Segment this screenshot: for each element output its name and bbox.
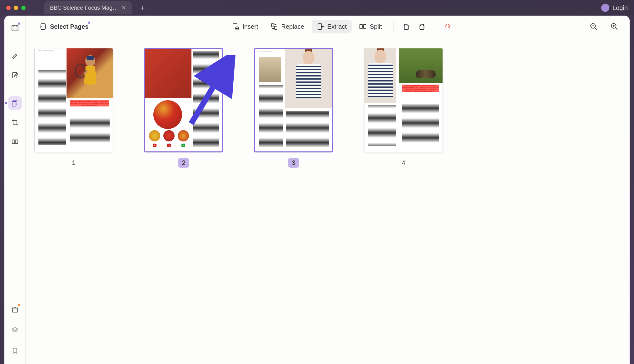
page-number: 1 bbox=[68, 158, 79, 168]
thumbnail-image bbox=[145, 49, 191, 98]
sidebar-reader-button[interactable] bbox=[8, 21, 22, 35]
active-indicator-icon bbox=[5, 102, 7, 104]
page-header-text: HOW YOUR BRAIN WORKS bbox=[259, 51, 274, 52]
sidebar-highlight-button[interactable] bbox=[8, 49, 22, 63]
delete-button[interactable] bbox=[441, 20, 454, 33]
tennis-player-icon bbox=[75, 52, 106, 96]
avatar-icon bbox=[601, 4, 609, 12]
page-item: HOW YOUR BRAIN WORKS 3 bbox=[254, 48, 333, 168]
indicator-dot-icon bbox=[88, 22, 90, 24]
sidebar-compare-button[interactable] bbox=[8, 135, 22, 149]
sidebar-crop-button[interactable] bbox=[8, 116, 22, 129]
page-item: HOW YOUR BRAIN WORKS Prosopagnosics may … bbox=[34, 48, 113, 168]
sidebar-bookmark-button[interactable] bbox=[8, 344, 22, 358]
new-tab-button[interactable]: ＋ bbox=[139, 3, 146, 13]
page-header-text: HOW YOUR BRAIN WORKS bbox=[38, 50, 54, 52]
document-tab[interactable]: BBC Science Focus Magaz ✕ bbox=[44, 1, 132, 14]
apple-image-icon bbox=[153, 100, 182, 129]
extract-button[interactable]: Extract bbox=[312, 20, 352, 33]
titlebar: BBC Science Focus Magaz ✕ ＋ Login bbox=[0, 0, 634, 16]
snake-image-icon bbox=[416, 70, 436, 78]
text-column bbox=[70, 114, 110, 148]
split-label: Split bbox=[370, 23, 382, 30]
zoom-out-button[interactable] bbox=[587, 20, 600, 33]
sidebar-separator bbox=[11, 89, 19, 89]
close-tab-icon[interactable]: ✕ bbox=[121, 4, 126, 11]
extract-label: Extract bbox=[327, 23, 347, 30]
sidebar-separator bbox=[11, 42, 19, 42]
insert-button[interactable]: Insert bbox=[227, 20, 263, 33]
thumbnail-photo bbox=[259, 57, 281, 82]
page-grid: HOW YOUR BRAIN WORKS Prosopagnosics may … bbox=[26, 37, 630, 364]
page-thumbnail-1[interactable]: HOW YOUR BRAIN WORKS Prosopagnosics may … bbox=[34, 48, 113, 152]
page-quote: Prosopagnosics may not even recognise th… bbox=[70, 100, 109, 106]
fruit-row: ✕ ✕ ✓ bbox=[149, 130, 189, 147]
replace-button[interactable]: Replace bbox=[265, 20, 309, 33]
select-pages-button[interactable]: Select Pages bbox=[34, 20, 93, 33]
page-quote: "Emotions are primarily bodily reactions… bbox=[402, 85, 439, 92]
page-thumbnail-2[interactable]: ✕ ✕ ✓ bbox=[144, 48, 223, 152]
toolbar: Select Pages Insert Replace Extract bbox=[26, 16, 630, 37]
svg-rect-10 bbox=[271, 24, 274, 27]
close-window-button[interactable] bbox=[6, 6, 11, 10]
login-area[interactable]: Login bbox=[601, 4, 628, 12]
woman-figure-icon bbox=[366, 50, 395, 103]
text-column bbox=[259, 85, 283, 148]
text-column bbox=[368, 105, 396, 146]
insert-label: Insert bbox=[242, 23, 258, 30]
indicator-dot-icon bbox=[18, 304, 20, 306]
page-item: HOW YOUR BRAIN WORKS "Emotions are prima… bbox=[364, 48, 443, 168]
zoom-in-button[interactable] bbox=[608, 20, 621, 33]
text-column bbox=[38, 70, 66, 145]
toolbar-separator bbox=[435, 22, 435, 31]
page-item: ✕ ✕ ✓ 2 bbox=[144, 48, 223, 168]
sidebar-edit-button[interactable] bbox=[8, 68, 22, 82]
svg-rect-5 bbox=[15, 140, 18, 144]
text-column bbox=[286, 111, 329, 148]
text-column bbox=[193, 52, 219, 148]
split-button[interactable]: Split bbox=[354, 20, 387, 33]
minimize-window-button[interactable] bbox=[14, 6, 18, 10]
sidebar bbox=[4, 16, 26, 364]
replace-label: Replace bbox=[281, 23, 304, 30]
sidebar-pages-button[interactable] bbox=[8, 96, 22, 110]
select-pages-label: Select Pages bbox=[50, 23, 88, 30]
svg-rect-14 bbox=[364, 24, 366, 29]
sidebar-gift-button[interactable] bbox=[8, 303, 22, 317]
woman-figure-icon bbox=[294, 51, 323, 107]
toolbar-separator bbox=[393, 22, 394, 31]
svg-rect-13 bbox=[360, 24, 362, 29]
rotate-right-button[interactable] bbox=[415, 20, 428, 33]
page-number: 2 bbox=[178, 158, 189, 168]
page-thumbnail-4[interactable]: HOW YOUR BRAIN WORKS "Emotions are prima… bbox=[364, 48, 443, 152]
svg-rect-3 bbox=[12, 101, 16, 106]
svg-rect-11 bbox=[275, 26, 277, 29]
page-number: 4 bbox=[398, 158, 409, 168]
app-window: Select Pages Insert Replace Extract bbox=[4, 16, 630, 364]
text-column bbox=[402, 105, 439, 145]
page-thumbnail-3[interactable]: HOW YOUR BRAIN WORKS bbox=[254, 48, 333, 152]
content: Select Pages Insert Replace Extract bbox=[26, 16, 630, 364]
svg-point-23 bbox=[75, 64, 85, 78]
svg-rect-4 bbox=[12, 140, 15, 144]
svg-rect-22 bbox=[87, 56, 94, 60]
tab-title: BBC Science Focus Magaz bbox=[50, 5, 118, 11]
tab-strip: BBC Science Focus Magaz ✕ ＋ bbox=[44, 1, 146, 14]
page-number: 3 bbox=[288, 158, 299, 168]
indicator-dot-icon bbox=[18, 22, 20, 25]
fullscreen-window-button[interactable] bbox=[21, 6, 26, 10]
window-controls bbox=[6, 6, 26, 10]
sidebar-layers-button[interactable] bbox=[8, 323, 22, 337]
rotate-left-button[interactable] bbox=[400, 20, 413, 33]
login-label: Login bbox=[612, 4, 628, 12]
